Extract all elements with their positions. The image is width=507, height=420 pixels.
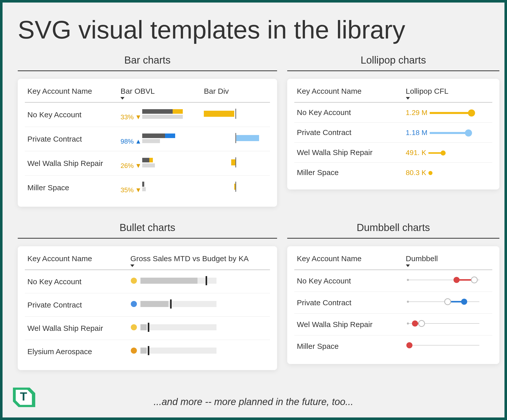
cell-dumbbell (403, 270, 492, 292)
col-header[interactable]: Gross Sales MTD vs Budget by KA (128, 252, 270, 270)
svg-point-56 (419, 320, 425, 327)
cell-dumbbell (403, 292, 492, 314)
sort-caret-icon (406, 97, 410, 100)
cell-lollipop: 1.29 M (403, 102, 492, 123)
col-header[interactable]: Bar OBVL (118, 85, 201, 102)
caret-up-icon: ▴ (136, 137, 140, 145)
lollipop-value: 1.18 M (406, 129, 428, 137)
cell-name: Elysium Aerospace (25, 340, 128, 363)
section-title-lollipop: Lollipop charts (287, 54, 499, 71)
cell-name: Private Contract (294, 292, 403, 314)
cell-name: Miller Space (294, 163, 403, 183)
table-row: Miller Space (294, 335, 492, 357)
svg-point-22 (465, 129, 472, 137)
svg-point-53 (407, 322, 409, 324)
svg-rect-3 (204, 111, 234, 117)
cell-div (201, 127, 270, 151)
col-header-label: Lollipop CFL (406, 87, 448, 95)
lollipop-value: 491. K (406, 149, 426, 157)
cell-div (201, 176, 270, 200)
col-header-label: Bar OBVL (120, 87, 155, 95)
obvl-bar-icon (142, 108, 185, 119)
cell-name: Wel Walla Ship Repair (294, 143, 403, 163)
table-row: Wel Walla Ship Repair (25, 317, 270, 340)
svg-rect-13 (231, 159, 236, 165)
cell-name: Miller Space (294, 335, 403, 357)
bullet-icon (130, 299, 222, 309)
caret-down-icon: ▾ (136, 185, 140, 194)
svg-rect-16 (142, 187, 146, 191)
pct-value: 33% (120, 113, 134, 121)
cell-obvl: 98%▴ (118, 127, 201, 151)
section-bullet-charts: Bullet charts Key Account Name Gross Sal… (18, 222, 277, 370)
svg-rect-12 (142, 163, 155, 167)
div-bar-icon (204, 109, 260, 119)
bullet-icon (130, 276, 222, 286)
svg-point-24 (441, 150, 446, 156)
table-row: Private Contract (25, 293, 270, 317)
card-bullet: Key Account Name Gross Sales MTD vs Budg… (18, 246, 277, 370)
section-bar-charts: Bar charts Key Account Name Bar OBVL Bar… (18, 54, 277, 207)
svg-point-58 (406, 342, 412, 348)
sort-caret-icon (406, 264, 410, 267)
div-bar-icon (204, 133, 260, 143)
col-header: Key Account Name (294, 85, 403, 102)
svg-rect-5 (142, 133, 165, 138)
svg-rect-36 (140, 324, 147, 330)
cell-dumbbell (403, 314, 492, 335)
cell-div (201, 151, 270, 176)
col-header[interactable]: Dumbbell (403, 252, 492, 270)
table-row: No Key Account 1.29 M (294, 102, 492, 123)
obvl-bar-icon (142, 132, 185, 144)
svg-point-55 (412, 320, 418, 327)
col-header[interactable]: Lollipop CFL (403, 85, 492, 102)
dumbbell-icon (406, 319, 482, 328)
cell-lollipop: 1.18 M (403, 123, 492, 143)
svg-point-34 (131, 324, 137, 330)
svg-point-38 (131, 348, 137, 354)
table-row: Wel Walla Ship Repair 26%▾ (25, 151, 270, 176)
cell-name: Private Contract (25, 293, 128, 317)
svg-point-50 (445, 299, 451, 305)
svg-point-46 (471, 277, 477, 283)
svg-point-20 (468, 109, 475, 117)
svg-rect-11 (149, 158, 153, 162)
table-row: Miller Space 80.3 K (294, 163, 492, 183)
cell-obvl: 26%▾ (118, 151, 201, 176)
table-row: Elysium Aerospace (25, 340, 270, 363)
cell-name: Private Contract (25, 127, 118, 151)
svg-rect-28 (140, 278, 197, 284)
pct-value: 35% (120, 186, 134, 194)
svg-point-51 (461, 299, 467, 305)
obvl-bar-icon (142, 157, 185, 168)
section-lollipop-charts: Lollipop charts Key Account Name Lollipo… (287, 54, 499, 207)
sort-caret-icon (120, 97, 124, 100)
lollipop-icon (428, 169, 474, 177)
caret-down-icon: ▾ (136, 112, 140, 121)
table-row: Private Contract 98%▴ (25, 127, 270, 151)
svg-rect-40 (140, 348, 147, 354)
svg-rect-0 (142, 109, 173, 114)
svg-point-26 (131, 278, 137, 284)
table-lollipop: Key Account Name Lollipop CFL No Key Acc… (294, 85, 492, 182)
svg-text:T: T (20, 390, 27, 403)
lollipop-icon (430, 109, 475, 117)
svg-point-25 (428, 171, 432, 175)
page-title: SVG visual templates in the library (18, 15, 489, 44)
footer-text: ...and more -- more planned in the futur… (3, 396, 504, 407)
cell-name: No Key Account (25, 270, 128, 293)
svg-rect-9 (236, 135, 259, 141)
slide-frame: SVG visual templates in the library Bar … (0, 0, 507, 420)
cell-bullet (128, 293, 270, 317)
cell-name: No Key Account (294, 270, 403, 292)
table-row: No Key Account (294, 270, 492, 292)
table-row: No Key Account 33%▾ (25, 102, 270, 127)
cell-bullet (128, 340, 270, 363)
cell-bullet (128, 270, 270, 293)
lollipop-icon (430, 129, 475, 137)
table-row: No Key Account (25, 270, 270, 293)
dumbbell-icon (406, 276, 482, 284)
svg-rect-35 (140, 324, 216, 330)
section-title-dumbbell: Dumbbell charts (287, 222, 499, 239)
cell-name: Miller Space (25, 176, 118, 200)
